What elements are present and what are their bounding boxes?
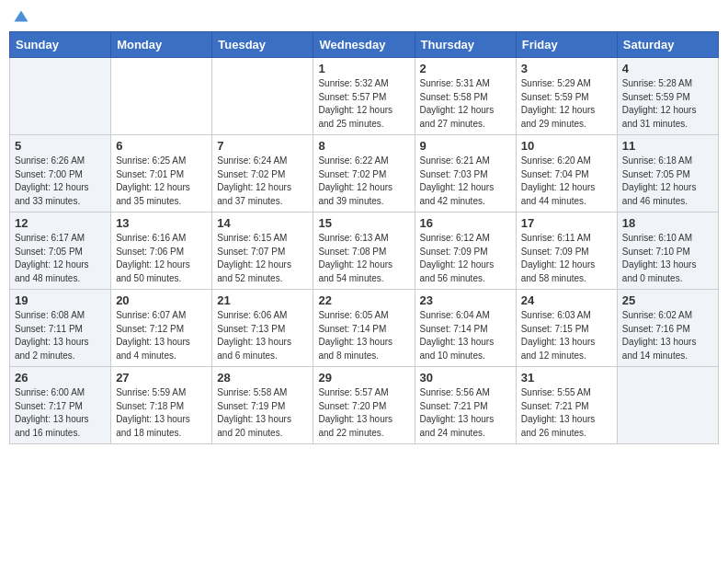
calendar-cell: 26Sunrise: 6:00 AM Sunset: 7:17 PM Dayli…: [10, 367, 111, 444]
cell-info: Sunrise: 6:15 AM Sunset: 7:07 PM Dayligh…: [217, 232, 308, 285]
date-number: 7: [217, 139, 308, 153]
date-number: 27: [116, 371, 207, 385]
calendar-cell: 23Sunrise: 6:04 AM Sunset: 7:14 PM Dayli…: [415, 290, 516, 367]
cell-info: Sunrise: 6:24 AM Sunset: 7:02 PM Dayligh…: [217, 155, 308, 208]
calendar-cell: 24Sunrise: 6:03 AM Sunset: 7:15 PM Dayli…: [516, 290, 617, 367]
date-number: 24: [521, 293, 612, 307]
cell-info: Sunrise: 6:17 AM Sunset: 7:05 PM Dayligh…: [15, 232, 106, 285]
date-number: 5: [15, 139, 106, 153]
cell-info: Sunrise: 6:02 AM Sunset: 7:16 PM Dayligh…: [622, 309, 713, 362]
calendar-cell: 14Sunrise: 6:15 AM Sunset: 7:07 PM Dayli…: [212, 213, 313, 290]
calendar-cell: 13Sunrise: 6:16 AM Sunset: 7:06 PM Dayli…: [111, 213, 212, 290]
logo: [13, 9, 33, 26]
calendar-cell: 18Sunrise: 6:10 AM Sunset: 7:10 PM Dayli…: [617, 213, 718, 290]
calendar-cell: 25Sunrise: 6:02 AM Sunset: 7:16 PM Dayli…: [617, 290, 718, 367]
date-number: 29: [318, 371, 409, 385]
cell-info: Sunrise: 6:20 AM Sunset: 7:04 PM Dayligh…: [521, 155, 612, 208]
date-number: 22: [318, 293, 409, 307]
date-number: 4: [622, 62, 713, 75]
cell-info: Sunrise: 6:18 AM Sunset: 7:05 PM Dayligh…: [622, 155, 713, 208]
date-number: 18: [622, 216, 713, 230]
calendar-cell: 16Sunrise: 6:12 AM Sunset: 7:09 PM Dayli…: [415, 213, 516, 290]
calendar-cell: 10Sunrise: 6:20 AM Sunset: 7:04 PM Dayli…: [516, 135, 617, 213]
calendar-cell: 30Sunrise: 5:56 AM Sunset: 7:21 PM Dayli…: [415, 367, 516, 444]
calendar-cell: 21Sunrise: 6:06 AM Sunset: 7:13 PM Dayli…: [212, 290, 313, 367]
cell-info: Sunrise: 6:25 AM Sunset: 7:01 PM Dayligh…: [116, 155, 207, 208]
cell-info: Sunrise: 5:32 AM Sunset: 5:57 PM Dayligh…: [318, 77, 409, 131]
cell-info: Sunrise: 6:00 AM Sunset: 7:17 PM Dayligh…: [15, 386, 106, 440]
cell-info: Sunrise: 6:08 AM Sunset: 7:11 PM Dayligh…: [15, 309, 106, 362]
date-number: 16: [420, 216, 511, 230]
cell-info: Sunrise: 5:55 AM Sunset: 7:21 PM Dayligh…: [521, 386, 612, 440]
cell-info: Sunrise: 6:13 AM Sunset: 7:08 PM Dayligh…: [318, 232, 409, 285]
date-number: 12: [15, 216, 106, 230]
calendar-cell: 8Sunrise: 6:22 AM Sunset: 7:02 PM Daylig…: [313, 135, 415, 213]
calendar-cell: 12Sunrise: 6:17 AM Sunset: 7:05 PM Dayli…: [10, 213, 111, 290]
calendar-cell: 19Sunrise: 6:08 AM Sunset: 7:11 PM Dayli…: [10, 290, 111, 367]
calendar-cell: [212, 58, 313, 135]
cell-info: Sunrise: 6:12 AM Sunset: 7:09 PM Dayligh…: [420, 232, 511, 285]
generalblue-icon: [13, 9, 29, 26]
day-header-friday: Friday: [516, 32, 617, 58]
date-number: 30: [420, 371, 511, 385]
cell-info: Sunrise: 6:07 AM Sunset: 7:12 PM Dayligh…: [116, 309, 207, 362]
calendar-cell: [617, 367, 718, 444]
cell-info: Sunrise: 6:10 AM Sunset: 7:10 PM Dayligh…: [622, 232, 713, 285]
calendar-cell: 2Sunrise: 5:31 AM Sunset: 5:58 PM Daylig…: [415, 58, 516, 135]
cell-info: Sunrise: 5:28 AM Sunset: 5:59 PM Dayligh…: [622, 77, 713, 131]
calendar-cell: 7Sunrise: 6:24 AM Sunset: 7:02 PM Daylig…: [212, 135, 313, 213]
date-number: 11: [622, 139, 713, 153]
calendar-cell: 1Sunrise: 5:32 AM Sunset: 5:57 PM Daylig…: [313, 58, 415, 135]
cell-info: Sunrise: 6:21 AM Sunset: 7:03 PM Dayligh…: [420, 155, 511, 208]
calendar-cell: 27Sunrise: 5:59 AM Sunset: 7:18 PM Dayli…: [111, 367, 212, 444]
calendar-cell: 3Sunrise: 5:29 AM Sunset: 5:59 PM Daylig…: [516, 58, 617, 135]
date-number: 10: [521, 139, 612, 153]
date-number: 3: [521, 62, 612, 75]
date-number: 13: [116, 216, 207, 230]
calendar-cell: 15Sunrise: 6:13 AM Sunset: 7:08 PM Dayli…: [313, 213, 415, 290]
calendar-cell: [111, 58, 212, 135]
date-number: 1: [318, 62, 409, 75]
cell-info: Sunrise: 6:03 AM Sunset: 7:15 PM Dayligh…: [521, 309, 612, 362]
date-number: 6: [116, 139, 207, 153]
day-header-thursday: Thursday: [415, 32, 516, 58]
date-number: 25: [622, 293, 713, 307]
date-number: 2: [420, 62, 511, 75]
svg-marker-0: [15, 11, 28, 22]
cell-info: Sunrise: 6:04 AM Sunset: 7:14 PM Dayligh…: [420, 309, 511, 362]
date-number: 9: [420, 139, 511, 153]
cell-info: Sunrise: 5:29 AM Sunset: 5:59 PM Dayligh…: [521, 77, 612, 131]
calendar-cell: 28Sunrise: 5:58 AM Sunset: 7:19 PM Dayli…: [212, 367, 313, 444]
date-number: 23: [420, 293, 511, 307]
cell-info: Sunrise: 5:56 AM Sunset: 7:21 PM Dayligh…: [420, 386, 511, 440]
date-number: 26: [15, 371, 106, 385]
calendar-cell: 29Sunrise: 5:57 AM Sunset: 7:20 PM Dayli…: [313, 367, 415, 444]
cell-info: Sunrise: 6:22 AM Sunset: 7:02 PM Dayligh…: [318, 155, 409, 208]
page-header: [9, 9, 719, 26]
day-header-tuesday: Tuesday: [212, 32, 313, 58]
day-header-monday: Monday: [111, 32, 212, 58]
cell-info: Sunrise: 6:06 AM Sunset: 7:13 PM Dayligh…: [217, 309, 308, 362]
date-number: 8: [318, 139, 409, 153]
day-header-wednesday: Wednesday: [313, 32, 415, 58]
date-number: 31: [521, 371, 612, 385]
calendar-cell: 17Sunrise: 6:11 AM Sunset: 7:09 PM Dayli…: [516, 213, 617, 290]
calendar-table: SundayMondayTuesdayWednesdayThursdayFrid…: [9, 31, 719, 444]
cell-info: Sunrise: 6:11 AM Sunset: 7:09 PM Dayligh…: [521, 232, 612, 285]
cell-info: Sunrise: 6:05 AM Sunset: 7:14 PM Dayligh…: [318, 309, 409, 362]
date-number: 28: [217, 371, 308, 385]
date-number: 19: [15, 293, 106, 307]
date-number: 14: [217, 216, 308, 230]
calendar-cell: 5Sunrise: 6:26 AM Sunset: 7:00 PM Daylig…: [10, 135, 111, 213]
cell-info: Sunrise: 6:16 AM Sunset: 7:06 PM Dayligh…: [116, 232, 207, 285]
day-header-sunday: Sunday: [10, 32, 111, 58]
date-number: 20: [116, 293, 207, 307]
date-number: 17: [521, 216, 612, 230]
date-number: 21: [217, 293, 308, 307]
calendar-cell: [10, 58, 111, 135]
cell-info: Sunrise: 5:57 AM Sunset: 7:20 PM Dayligh…: [318, 386, 409, 440]
calendar-cell: 6Sunrise: 6:25 AM Sunset: 7:01 PM Daylig…: [111, 135, 212, 213]
day-header-saturday: Saturday: [617, 32, 718, 58]
calendar-cell: 31Sunrise: 5:55 AM Sunset: 7:21 PM Dayli…: [516, 367, 617, 444]
cell-info: Sunrise: 5:58 AM Sunset: 7:19 PM Dayligh…: [217, 386, 308, 440]
